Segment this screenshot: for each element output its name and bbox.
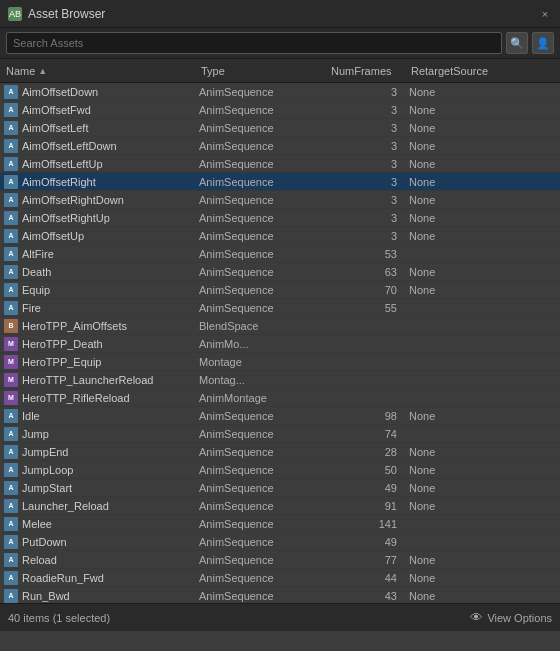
- eye-icon: 👁: [470, 610, 483, 625]
- close-button[interactable]: ×: [538, 7, 552, 21]
- search-input[interactable]: [6, 32, 502, 54]
- row-name-3: A AimOffsetLeftDown: [0, 139, 195, 153]
- row-name-25: A PutDown: [0, 535, 195, 549]
- view-options-button[interactable]: 👁 View Options: [470, 610, 552, 625]
- table-row[interactable]: A JumpEnd AnimSequence 28 None: [0, 443, 560, 461]
- table-row[interactable]: A PutDown AnimSequence 49: [0, 533, 560, 551]
- row-type: AnimSequence: [195, 590, 325, 602]
- header-numframes[interactable]: NumFrames: [325, 65, 405, 77]
- row-name-1: A AimOffsetFwd: [0, 103, 195, 117]
- row-name-15: M HeroTPP_Equip: [0, 355, 195, 369]
- row-type: AnimSequence: [195, 482, 325, 494]
- table-row[interactable]: A AimOffsetLeftUp AnimSequence 3 None: [0, 155, 560, 173]
- row-icon: A: [4, 571, 18, 585]
- table-header: Name ▲ Type NumFrames RetargetSource: [0, 59, 560, 83]
- table-row[interactable]: A AimOffsetRightUp AnimSequence 3 None: [0, 209, 560, 227]
- table-row[interactable]: M HeroTTP_RifleReload AnimMontage: [0, 389, 560, 407]
- table-row[interactable]: A Death AnimSequence 63 None: [0, 263, 560, 281]
- table-row[interactable]: A Reload AnimSequence 77 None: [0, 551, 560, 569]
- table-row[interactable]: A AimOffsetDown AnimSequence 3 None: [0, 83, 560, 101]
- row-icon: A: [4, 265, 18, 279]
- header-type[interactable]: Type: [195, 65, 325, 77]
- table-row[interactable]: A Jump AnimSequence 74: [0, 425, 560, 443]
- row-retarget: None: [405, 554, 560, 566]
- row-type: AnimSequence: [195, 536, 325, 548]
- row-name-14: M HeroTPP_Death: [0, 337, 195, 351]
- table-row[interactable]: A Launcher_Reload AnimSequence 91 None: [0, 497, 560, 515]
- table-row[interactable]: M HeroTTP_LauncherReload Montag...: [0, 371, 560, 389]
- title-bar: AB Asset Browser ×: [0, 0, 560, 28]
- row-retarget: None: [405, 572, 560, 584]
- row-name-24: A Melee: [0, 517, 195, 531]
- row-name-13: B HeroTPP_AimOffsets: [0, 319, 195, 333]
- title-bar-icon: AB: [8, 7, 22, 21]
- table-row[interactable]: A Fire AnimSequence 55: [0, 299, 560, 317]
- table-row[interactable]: B HeroTPP_AimOffsets BlendSpace: [0, 317, 560, 335]
- row-retarget: None: [405, 482, 560, 494]
- table-row[interactable]: A Melee AnimSequence 141: [0, 515, 560, 533]
- table-row[interactable]: A JumpStart AnimSequence 49 None: [0, 479, 560, 497]
- row-icon: B: [4, 319, 18, 333]
- table-row[interactable]: A JumpLoop AnimSequence 50 None: [0, 461, 560, 479]
- table-row[interactable]: A AimOffsetLeft AnimSequence 3 None: [0, 119, 560, 137]
- row-icon: A: [4, 85, 18, 99]
- row-name-0: A AimOffsetDown: [0, 85, 195, 99]
- row-name-2: A AimOffsetLeft: [0, 121, 195, 135]
- row-type: BlendSpace: [195, 320, 325, 332]
- row-icon: A: [4, 589, 18, 603]
- row-numframes: 3: [325, 86, 405, 98]
- row-numframes: 49: [325, 482, 405, 494]
- row-type: AnimSequence: [195, 140, 325, 152]
- table-row[interactable]: A Equip AnimSequence 70 None: [0, 281, 560, 299]
- row-type: AnimSequence: [195, 104, 325, 116]
- row-retarget: None: [405, 140, 560, 152]
- row-type: AnimSequence: [195, 248, 325, 260]
- user-button[interactable]: 👤: [532, 32, 554, 54]
- header-retarget[interactable]: RetargetSource: [405, 65, 560, 77]
- row-retarget: None: [405, 176, 560, 188]
- row-icon: A: [4, 553, 18, 567]
- row-retarget: None: [405, 266, 560, 278]
- row-icon: A: [4, 499, 18, 513]
- row-name-22: A JumpStart: [0, 481, 195, 495]
- table-row[interactable]: M HeroTPP_Equip Montage: [0, 353, 560, 371]
- row-numframes: 74: [325, 428, 405, 440]
- header-name[interactable]: Name ▲: [0, 65, 195, 77]
- table-row[interactable]: M HeroTPP_Death AnimMo...: [0, 335, 560, 353]
- row-name-28: A Run_Bwd: [0, 589, 195, 603]
- table-row[interactable]: A AimOffsetRightDown AnimSequence 3 None: [0, 191, 560, 209]
- row-numframes: 3: [325, 140, 405, 152]
- table-row[interactable]: A AimOffsetLeftDown AnimSequence 3 None: [0, 137, 560, 155]
- row-name-27: A RoadieRun_Fwd: [0, 571, 195, 585]
- row-type: AnimSequence: [195, 428, 325, 440]
- row-type: AnimSequence: [195, 230, 325, 242]
- table-row[interactable]: A AimOffsetFwd AnimSequence 3 None: [0, 101, 560, 119]
- row-icon: A: [4, 139, 18, 153]
- row-type: AnimMontage: [195, 392, 325, 404]
- row-retarget: None: [405, 464, 560, 476]
- row-type: AnimSequence: [195, 176, 325, 188]
- table-row[interactable]: A Run_Bwd AnimSequence 43 None: [0, 587, 560, 603]
- row-name-7: A AimOffsetRightUp: [0, 211, 195, 225]
- item-count: 40 items (1 selected): [8, 612, 110, 624]
- sort-arrow-icon: ▲: [38, 66, 47, 76]
- row-type: AnimSequence: [195, 212, 325, 224]
- row-numframes: 3: [325, 158, 405, 170]
- row-icon: A: [4, 211, 18, 225]
- status-bar: 40 items (1 selected) 👁 View Options: [0, 603, 560, 631]
- row-numframes: 77: [325, 554, 405, 566]
- table-row[interactable]: A AimOffsetRight AnimSequence 3 None: [0, 173, 560, 191]
- row-numframes: 3: [325, 104, 405, 116]
- table-row[interactable]: A Idle AnimSequence 98 None: [0, 407, 560, 425]
- row-retarget: None: [405, 86, 560, 98]
- search-button[interactable]: 🔍: [506, 32, 528, 54]
- table-row[interactable]: A AimOffsetUp AnimSequence 3 None: [0, 227, 560, 245]
- table-row[interactable]: A RoadieRun_Fwd AnimSequence 44 None: [0, 569, 560, 587]
- row-retarget: None: [405, 104, 560, 116]
- table-row[interactable]: A AltFire AnimSequence 53: [0, 245, 560, 263]
- row-numframes: 28: [325, 446, 405, 458]
- row-numframes: 3: [325, 194, 405, 206]
- row-icon: A: [4, 463, 18, 477]
- row-type: Montage: [195, 356, 325, 368]
- title-bar-title: Asset Browser: [28, 7, 538, 21]
